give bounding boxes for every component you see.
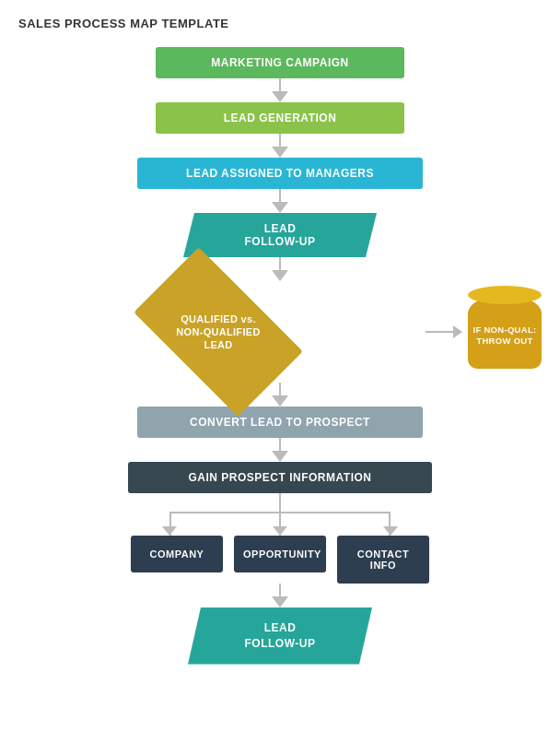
non-qual-cylinder: IF NON-QUAL: THROW OUT bbox=[468, 295, 542, 369]
arrow-line bbox=[279, 584, 281, 596]
diamond-label: QUALIFIED vs.NON-QUALIFIEDLEAD bbox=[117, 281, 320, 383]
opportunity-box: OPPORTUNITY bbox=[234, 536, 326, 572]
arrow-right-head bbox=[453, 325, 462, 338]
arrow-line bbox=[279, 134, 281, 147]
page-title: SALES PROCESS MAP TEMPLATE bbox=[18, 17, 542, 30]
lead-assigned-box: LEAD ASSIGNED TO MANAGERS bbox=[137, 158, 423, 189]
three-boxes-row: COMPANY OPPORTUNITY CONTACT INFO bbox=[18, 536, 542, 584]
arrow-line bbox=[279, 257, 281, 270]
arrow-head bbox=[272, 395, 288, 407]
arrow-head bbox=[272, 147, 288, 158]
arrow-6 bbox=[272, 438, 288, 462]
lead-followup2-box: LEAD FOLLOW-UP bbox=[188, 608, 372, 665]
arrow-head bbox=[272, 270, 288, 281]
arrow-right-line bbox=[426, 331, 453, 333]
three-way-arrows bbox=[123, 493, 437, 536]
arrow-line bbox=[279, 438, 281, 451]
arrow-line bbox=[279, 78, 281, 91]
center-line-down bbox=[279, 493, 281, 512]
right-arrow-head bbox=[383, 526, 398, 536]
qualified-diamond: QUALIFIED vs.NON-QUALIFIEDLEAD bbox=[117, 281, 320, 383]
left-arrow-head bbox=[162, 526, 177, 536]
company-box: COMPANY bbox=[131, 536, 223, 572]
arrow-line bbox=[279, 189, 281, 202]
arrow-head bbox=[272, 451, 288, 462]
cylinder-wrapper: IF NON-QUAL: THROW OUT bbox=[468, 295, 542, 369]
arrow-1 bbox=[272, 78, 288, 102]
center-arrow-head bbox=[273, 526, 287, 536]
arrow-5 bbox=[272, 383, 288, 407]
arrow-7 bbox=[272, 584, 288, 608]
arrow-3 bbox=[272, 189, 288, 213]
convert-lead-box: CONVERT LEAD TO PROSPECT bbox=[137, 407, 423, 438]
gain-prospect-box: GAIN PROSPECT INFORMATION bbox=[128, 462, 432, 493]
arrow-head bbox=[272, 202, 288, 213]
diamond-row: QUALIFIED vs.NON-QUALIFIEDLEAD IF NON-QU… bbox=[18, 281, 542, 383]
arrow-4 bbox=[272, 257, 288, 281]
lead-generation-box: LEAD GENERATION bbox=[156, 102, 404, 134]
non-qual-label: IF NON-QUAL: THROW OUT bbox=[472, 324, 536, 348]
arrow-right bbox=[426, 325, 462, 338]
arrow-2 bbox=[272, 134, 288, 158]
arrow-head bbox=[272, 91, 288, 102]
marketing-campaign-box: MARKETING CAMPAIGN bbox=[156, 47, 404, 78]
arrow-line bbox=[279, 383, 281, 395]
flowchart: MARKETING CAMPAIGN LEAD GENERATION LEAD … bbox=[18, 47, 542, 665]
arrow-head bbox=[272, 596, 288, 608]
contact-info-box: CONTACT INFO bbox=[337, 536, 429, 584]
lead-followup1-box: LEAD FOLLOW-UP bbox=[183, 213, 377, 257]
